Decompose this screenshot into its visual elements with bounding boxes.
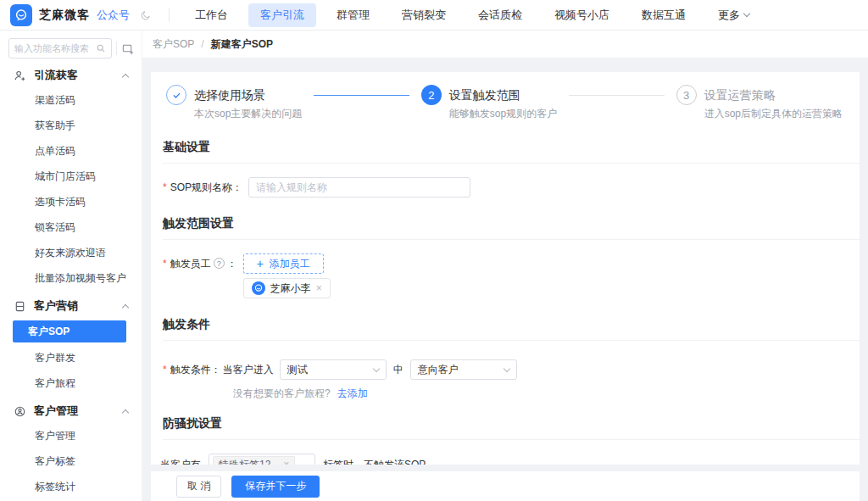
- brand: 芝麻微客 公众号: [0, 4, 160, 26]
- section-title-condition: 触发条件: [163, 317, 860, 332]
- check-icon: [171, 90, 182, 101]
- step-3: 3 设置运营策略 进入sop后制定具体的运营策略: [676, 85, 843, 121]
- exclude-tag-name: 特殊标签12...: [219, 458, 279, 465]
- section-divider: [163, 239, 860, 240]
- cancel-button[interactable]: 取 消: [176, 476, 221, 498]
- staff-tag-name: 芝麻小李: [270, 281, 311, 296]
- user-manage-icon: [14, 405, 26, 418]
- breadcrumb: 客户SOP / 新建客户SOP: [142, 31, 868, 58]
- menu-section-acquisition[interactable]: 引流获客: [0, 64, 142, 87]
- primary-nav: 工作台 客户引流 群管理 营销裂变 会话质检 视频号小店 数据互通 更多: [183, 3, 761, 27]
- sidebar-menu: 引流获客 渠道活码 获客助手 点单活码 城市门店活码 选项卡活码 锁客活码 好友…: [0, 64, 142, 499]
- nav-item-marketing-fission[interactable]: 营销裂变: [390, 3, 458, 27]
- app-window: 芝麻微客 公众号 工作台 客户引流 群管理 营销裂变 会话质检 视频号小店 数据…: [0, 0, 868, 501]
- sidebar-item-option-card-code[interactable]: 选项卡活码: [0, 189, 142, 214]
- journey-select-value: 测试: [287, 363, 308, 377]
- required-mark: *: [163, 364, 167, 376]
- save-next-button[interactable]: 保存并下一步: [231, 476, 320, 498]
- journey-hint-text: 没有想要的客户旅程?: [233, 387, 331, 401]
- add-journey-link[interactable]: 去添加: [337, 387, 368, 401]
- nav-item-more[interactable]: 更多: [706, 3, 761, 27]
- chevron-down-icon: [372, 365, 379, 371]
- nav-item-data-exchange[interactable]: 数据互通: [630, 3, 698, 27]
- step-1: 选择使用场景 本次sop主要解决的问题: [166, 85, 302, 121]
- sidebar-search-row: [8, 38, 135, 58]
- brand-name: 芝麻微客: [39, 8, 90, 23]
- step-2-title: 设置触发范围: [449, 85, 557, 105]
- stage-select[interactable]: 意向客户: [410, 359, 517, 380]
- sidebar-item-order-code[interactable]: 点单活码: [0, 138, 142, 164]
- nav-item-video-shop[interactable]: 视频号小店: [542, 3, 621, 27]
- chevron-down-icon: [743, 10, 750, 17]
- section-title-anti: 防骚扰设置: [163, 416, 860, 431]
- panel-add-icon[interactable]: [121, 42, 134, 55]
- sidebar: 引流获客 渠道活码 获客助手 点单活码 城市门店活码 选项卡活码 锁客活码 好友…: [0, 31, 142, 501]
- sidebar-item-batch-add-video-customer[interactable]: 批量添加视频号客户: [0, 265, 142, 291]
- sidebar-item-customer-tags[interactable]: 客户标签: [0, 448, 142, 474]
- breadcrumb-separator: /: [201, 38, 203, 50]
- exclude-tag: 特殊标签12... ×: [213, 456, 295, 465]
- journey-select[interactable]: 测试: [280, 359, 387, 380]
- sidebar-item-customer-sop[interactable]: 客户SOP: [13, 320, 126, 342]
- sidebar-item-customer-mass-send[interactable]: 客户群发: [0, 345, 142, 370]
- anti-suffix: 标签时，不触发该SOP: [323, 458, 426, 465]
- breadcrumb-current: 新建客户SOP: [211, 37, 273, 52]
- step-connector-pending: [569, 95, 664, 96]
- staff-tag: 芝麻小李 ×: [243, 278, 331, 298]
- sidebar-item-channel-code[interactable]: 渠道活码: [0, 87, 142, 113]
- step-3-desc: 进入sop后制定具体的运营策略: [704, 107, 843, 121]
- section-divider: [163, 439, 860, 440]
- close-icon[interactable]: ×: [316, 283, 322, 293]
- sidebar-item-tag-statistics[interactable]: 标签统计: [0, 474, 142, 499]
- sidebar-item-customer-journey[interactable]: 客户旅程: [0, 370, 142, 396]
- required-mark: *: [163, 253, 167, 274]
- chevron-down-icon: [503, 365, 509, 371]
- anti-prefix: 当客户有: [160, 458, 201, 465]
- add-staff-button[interactable]: + 添加员工: [243, 253, 324, 274]
- sidebar-item-lock-customer-code[interactable]: 锁客活码: [0, 214, 142, 240]
- staff-avatar-icon: [252, 281, 265, 295]
- help-icon[interactable]: ?: [214, 258, 225, 269]
- required-mark: *: [163, 181, 167, 193]
- step-1-circle: [166, 85, 186, 105]
- sidebar-item-friend-source-welcome[interactable]: 好友来源欢迎语: [0, 240, 142, 265]
- step-3-title: 设置运营策略: [704, 85, 843, 105]
- section-divider: [163, 163, 860, 164]
- plus-icon: +: [257, 258, 264, 270]
- rule-name-input[interactable]: [248, 177, 470, 198]
- step-3-circle: 3: [676, 85, 697, 105]
- section-divider: [163, 340, 860, 341]
- close-icon[interactable]: ×: [283, 459, 289, 465]
- trigger-staff-row: * 触发员工 ? ： + 添加员工 芝麻小李: [163, 253, 860, 298]
- chevron-up-icon: [122, 303, 129, 310]
- footer-bar: 取 消 保存并下一步: [151, 471, 860, 501]
- menu-section-marketing[interactable]: 客户营销: [0, 294, 142, 318]
- exclude-tag-input[interactable]: 特殊标签12... ×: [209, 454, 315, 465]
- step-connector-done: [314, 95, 409, 96]
- topbar-divider: [169, 8, 170, 22]
- search-input[interactable]: [14, 43, 96, 53]
- sidebar-item-city-store-code[interactable]: 城市门店活码: [0, 164, 142, 189]
- user-plus-icon: [14, 70, 26, 82]
- search-box[interactable]: [8, 38, 112, 58]
- sidebar-item-customer-management[interactable]: 客户管理: [0, 423, 142, 448]
- menu-section-customer-management[interactable]: 客户管理: [0, 399, 142, 423]
- marketing-icon: [14, 300, 26, 313]
- main-card: 选择使用场景 本次sop主要解决的问题 2 设置触发范围 能够触发sop规则的客…: [151, 72, 860, 465]
- nav-item-group-management[interactable]: 群管理: [325, 3, 381, 27]
- anti-harass-row: 当客户有 特殊标签12... × 标签时，不触发该SOP: [160, 454, 860, 465]
- nav-item-chat-inspection[interactable]: 会话质检: [466, 3, 534, 27]
- breadcrumb-parent[interactable]: 客户SOP: [153, 37, 194, 52]
- top-navbar: 芝麻微客 公众号 工作台 客户引流 群管理 营销裂变 会话质检 视频号小店 数据…: [0, 0, 868, 31]
- chevron-up-icon: [122, 73, 129, 80]
- nav-item-workbench[interactable]: 工作台: [183, 3, 240, 27]
- search-icon: [96, 43, 106, 53]
- sidebar-item-acquisition-assistant[interactable]: 获客助手: [0, 113, 142, 138]
- nav-item-customer-acquisition[interactable]: 客户引流: [248, 3, 316, 27]
- theme-moon-icon[interactable]: [140, 9, 152, 21]
- condition-prefix: 当客户进入: [223, 363, 274, 377]
- rule-name-row: * SOP规则名称：: [163, 177, 860, 198]
- step-1-desc: 本次sop主要解决的问题: [194, 107, 302, 121]
- stepper: 选择使用场景 本次sop主要解决的问题 2 设置触发范围 能够触发sop规则的客…: [151, 72, 860, 121]
- channel-badge[interactable]: 公众号: [97, 8, 130, 23]
